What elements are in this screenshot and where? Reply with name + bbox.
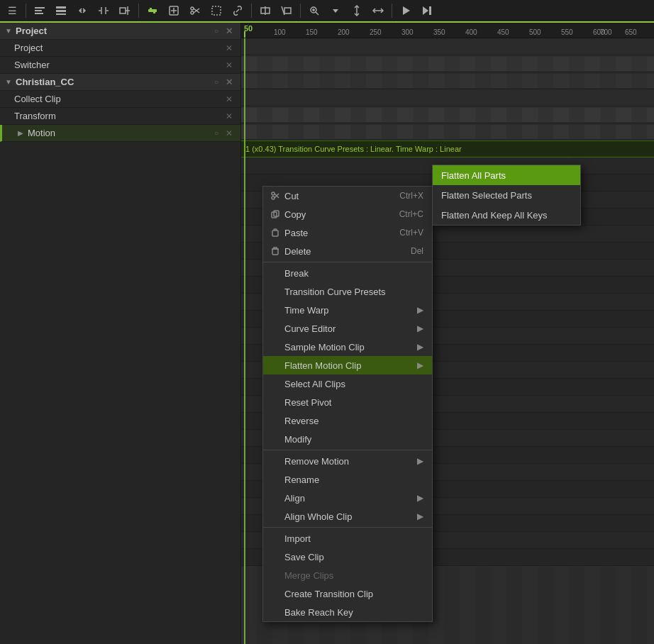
menu-sac-label: Select All Clips [284, 379, 345, 389]
menu-curve-editor[interactable]: Curve Editor ▶ [263, 319, 432, 338]
menu-cut-shortcut: Ctrl+X [399, 191, 423, 201]
menu-remove-motion[interactable]: Remove Motion ▶ [263, 452, 432, 470]
menu-rename-label: Rename [284, 474, 319, 485]
menu-merge-clips: Merge Clips [263, 566, 432, 584]
align-whole-clip-arrow-icon: ▶ [417, 511, 423, 521]
menu-align[interactable]: Align ▶ [263, 489, 432, 507]
svg-point-39 [272, 196, 275, 199]
menu-transition-curve-presets[interactable]: Transition Curve Presets [263, 282, 432, 301]
menu-ctc-label: Create Transition Clip [284, 589, 373, 599]
flatten-all-parts-label: Flatten All Parts [441, 170, 506, 181]
align-arrow-icon: ▶ [417, 493, 423, 503]
menu-tcp-label: Transition Curve Presets [284, 287, 386, 297]
menu-smc-label: Sample Motion Clip [284, 342, 365, 352]
menu-awc-label: Align Whole Clip [284, 511, 352, 522]
menu-fmc-label: Flatten Motion Clip [284, 360, 361, 371]
context-menu-overlay[interactable]: Cut Ctrl+X Copy Ctrl+C Paste Ctrl+V Dele… [0, 0, 654, 644]
menu-modify[interactable]: Modify [263, 430, 432, 448]
cut-icon [269, 191, 282, 200]
menu-rm-label: Remove Motion [284, 456, 349, 467]
menu-align-label: Align [284, 493, 305, 504]
menu-copy-label: Copy [284, 209, 306, 220]
time-warp-arrow-icon: ▶ [417, 305, 423, 315]
menu-paste-label: Paste [284, 228, 308, 238]
menu-break-label: Break [284, 268, 309, 279]
menu-rename[interactable]: Rename [263, 470, 432, 489]
remove-motion-arrow-icon: ▶ [417, 456, 423, 466]
menu-create-transition-clip[interactable]: Create Transition Clip [263, 584, 432, 603]
menu-bake-reach-key[interactable]: Bake Reach Key [263, 603, 432, 621]
menu-tw-label: Time Warp [284, 305, 329, 316]
menu-import[interactable]: Import [263, 529, 432, 548]
svg-rect-44 [272, 231, 278, 236]
svg-point-38 [272, 192, 275, 195]
sample-motion-arrow-icon: ▶ [417, 342, 423, 352]
menu-cut-label: Cut [284, 191, 299, 201]
menu-paste-shortcut: Ctrl+V [399, 228, 423, 238]
delete-icon [269, 247, 282, 255]
menu-sample-motion-clip[interactable]: Sample Motion Clip ▶ [263, 338, 432, 356]
submenu-flatten-keep-all-keys[interactable]: Flatten And Keep All Keys [433, 205, 580, 225]
menu-reverse-label: Reverse [284, 416, 318, 426]
menu-import-label: Import [284, 533, 311, 544]
menu-reverse[interactable]: Reverse [263, 411, 432, 430]
menu-delete-label: Delete [284, 246, 311, 257]
curve-editor-arrow-icon: ▶ [417, 323, 423, 333]
menu-copy[interactable]: Copy Ctrl+C [263, 205, 432, 223]
sep-1 [263, 262, 432, 262]
menu-copy-shortcut: Ctrl+C [399, 209, 423, 219]
menu-modify-label: Modify [284, 434, 311, 445]
menu-flatten-motion-clip[interactable]: Flatten Motion Clip ▶ [263, 356, 432, 374]
flatten-submenu: Flatten All Parts Flatten Selected Parts… [432, 165, 581, 226]
menu-break[interactable]: Break [263, 264, 432, 282]
flatten-motion-arrow-icon: ▶ [417, 360, 423, 370]
menu-delete-shortcut: Del [411, 246, 423, 256]
submenu-flatten-selected-parts[interactable]: Flatten Selected Parts [433, 185, 580, 205]
copy-icon [269, 210, 282, 218]
menu-mc-label: Merge Clips [284, 570, 333, 581]
sep-3 [263, 527, 432, 528]
menu-paste[interactable]: Paste Ctrl+V [263, 223, 432, 242]
menu-save-clip[interactable]: Save Clip [263, 548, 432, 566]
menu-select-all-clips[interactable]: Select All Clips [263, 374, 432, 393]
menu-ce-label: Curve Editor [284, 323, 336, 334]
menu-align-whole-clip[interactable]: Align Whole Clip ▶ [263, 507, 432, 526]
submenu-flatten-all-parts[interactable]: Flatten All Parts [433, 165, 580, 185]
menu-sc-label: Save Clip [284, 552, 324, 562]
menu-cut[interactable]: Cut Ctrl+X [263, 187, 432, 205]
menu-time-warp[interactable]: Time Warp ▶ [263, 301, 432, 319]
context-menu: Cut Ctrl+X Copy Ctrl+C Paste Ctrl+V Dele… [262, 186, 433, 622]
sep-2 [263, 450, 432, 450]
menu-delete[interactable]: Delete Del [263, 242, 432, 260]
menu-rp-label: Reset Pivot [284, 397, 331, 408]
svg-rect-45 [272, 249, 278, 255]
paste-icon [269, 228, 282, 237]
flatten-keep-all-keys-label: Flatten And Keep All Keys [441, 210, 548, 221]
menu-reset-pivot[interactable]: Reset Pivot [263, 393, 432, 411]
menu-brk-label: Bake Reach Key [284, 607, 353, 618]
flatten-selected-parts-label: Flatten Selected Parts [441, 190, 532, 201]
